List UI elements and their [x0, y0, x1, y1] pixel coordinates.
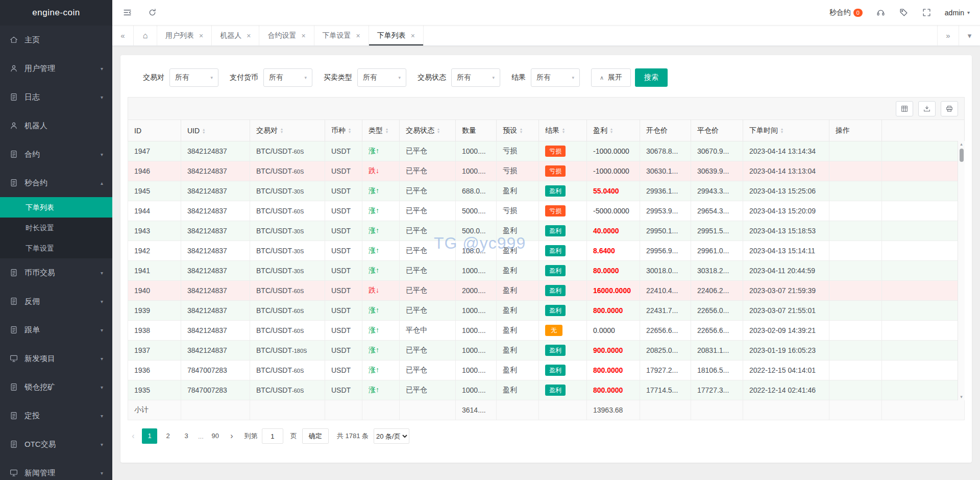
- sidebar-item-contracts[interactable]: 合约▾: [0, 140, 112, 169]
- scroll-up-icon[interactable]: ▴: [960, 141, 963, 148]
- col-pair[interactable]: 交易对▴▾: [250, 120, 325, 141]
- sort-icon[interactable]: ▴▾: [203, 128, 205, 134]
- page-1[interactable]: 1: [142, 428, 157, 444]
- username: admin: [945, 9, 964, 17]
- scroll-thumb[interactable]: [960, 149, 964, 162]
- col-label: 结果: [545, 126, 559, 134]
- cell-coin: USDT: [325, 201, 362, 221]
- cell-open: 29953.9...: [640, 201, 691, 221]
- close-icon[interactable]: ×: [411, 32, 415, 39]
- cell-close: 29943.3...: [691, 181, 743, 201]
- page-size-select[interactable]: 20 条/页: [374, 428, 409, 444]
- col-result[interactable]: 结果▴▾: [539, 120, 587, 141]
- sidebar-item-news-mgmt[interactable]: 新闻管理▾: [0, 459, 112, 480]
- filter-select-trade-status[interactable]: 所有▾: [451, 68, 500, 87]
- sidebar-item-copy-trade[interactable]: 跟单▾: [0, 316, 112, 344]
- result-badge: 亏损: [545, 146, 566, 157]
- sidebar-item-home[interactable]: 主页: [0, 26, 112, 54]
- cell-action: [829, 301, 882, 321]
- print-icon[interactable]: [941, 101, 958, 116]
- sidebar-item-rebate[interactable]: 反佣▾: [0, 287, 112, 316]
- cell-filler: [882, 201, 965, 221]
- page-3[interactable]: 3: [179, 428, 194, 444]
- close-icon[interactable]: ×: [301, 32, 305, 39]
- cell-id: 1942: [128, 241, 181, 261]
- fullscreen-icon[interactable]: [922, 8, 932, 17]
- page-2[interactable]: 2: [160, 428, 176, 444]
- tabs-scroll-left-icon[interactable]: «: [112, 26, 134, 45]
- tab-user-list[interactable]: 用户列表×: [157, 26, 212, 45]
- sort-icon[interactable]: ▴▾: [781, 128, 783, 134]
- sort-icon[interactable]: ▴▾: [520, 128, 522, 134]
- sidebar-item-lock-mining[interactable]: 锁仓挖矿▾: [0, 373, 112, 401]
- sort-icon[interactable]: ▴▾: [349, 128, 351, 134]
- filter-select-trade-type[interactable]: 所有▾: [357, 68, 406, 87]
- sort-icon[interactable]: ▴▾: [281, 128, 283, 134]
- tabs-scroll-right-icon[interactable]: »: [937, 26, 959, 45]
- tag-icon[interactable]: [899, 8, 909, 17]
- cell-uid: 7847007283: [181, 380, 250, 400]
- close-icon[interactable]: ×: [356, 32, 360, 39]
- confirm-button[interactable]: 确定: [302, 428, 329, 444]
- col-uid[interactable]: UID▴▾: [181, 120, 250, 141]
- cell-open: 22410.4...: [640, 281, 691, 301]
- cell-time: 2023-03-07 21:59:39: [743, 281, 829, 301]
- expand-button[interactable]: ∧展开: [591, 68, 631, 87]
- filter-select-pair[interactable]: 所有▾: [169, 68, 218, 87]
- refresh-icon[interactable]: [148, 8, 157, 17]
- sidebar-item-otc-trade[interactable]: OTC交易▾: [0, 430, 112, 459]
- cell-status: 已平仓: [400, 241, 456, 261]
- sort-icon[interactable]: ▴▾: [610, 128, 612, 134]
- close-icon[interactable]: ×: [199, 32, 203, 39]
- col-time[interactable]: 下单时间▴▾: [743, 120, 829, 141]
- col-status[interactable]: 交易状态▴▾: [400, 120, 456, 141]
- scroll-down-icon[interactable]: ▾: [960, 394, 963, 400]
- search-button[interactable]: 搜索: [635, 68, 668, 87]
- headset-icon[interactable]: [876, 8, 886, 17]
- user-menu[interactable]: admin ▾: [945, 9, 970, 17]
- sidebar-item-user-mgmt[interactable]: 用户管理▾: [0, 54, 112, 83]
- page-90[interactable]: 90: [208, 428, 223, 444]
- next-page-icon[interactable]: ›: [226, 431, 237, 441]
- columns-toggle-icon[interactable]: [896, 101, 913, 116]
- tab-order-settings[interactable]: 下单设置×: [314, 26, 369, 45]
- sidebar-subitem-order-list[interactable]: 下单列表: [0, 197, 112, 218]
- filter-select-result[interactable]: 所有▾: [531, 68, 580, 87]
- tab-home[interactable]: ⌂: [134, 26, 157, 45]
- sort-icon[interactable]: ▴▾: [437, 128, 439, 134]
- sidebar-item-auto-invest[interactable]: 定投▾: [0, 401, 112, 430]
- goto-page-input[interactable]: [262, 428, 283, 444]
- col-profit[interactable]: 盈利▴▾: [587, 120, 640, 141]
- close-icon[interactable]: ×: [247, 32, 251, 39]
- subtotal-cell: [539, 400, 587, 420]
- collapse-sidebar-icon[interactable]: [122, 8, 132, 17]
- prev-page-icon[interactable]: ‹: [128, 431, 139, 441]
- subtotal-cell: 3614....: [456, 400, 497, 420]
- notice-link[interactable]: 秒合约 0: [829, 8, 863, 17]
- export-icon[interactable]: [918, 101, 936, 116]
- col-preset[interactable]: 预设▴▾: [497, 120, 539, 141]
- tabs-menu-icon[interactable]: ▾: [959, 26, 980, 45]
- sidebar-subitem-order-settings[interactable]: 下单设置: [0, 238, 112, 258]
- filter-select-pay-coin[interactable]: 所有▾: [263, 68, 312, 87]
- sidebar-item-label: OTC交易: [24, 440, 56, 449]
- table-scrollbar[interactable]: ▴ ▾: [958, 141, 965, 400]
- tab-contract-settings[interactable]: 合约设置×: [259, 26, 314, 45]
- tab-robots[interactable]: 机器人×: [212, 26, 259, 45]
- sidebar-subitem-duration-settings[interactable]: 时长设置: [0, 218, 112, 238]
- notice-label: 秒合约: [829, 8, 851, 17]
- col-coin[interactable]: 币种▴▾: [325, 120, 362, 141]
- sidebar-item-second-contract[interactable]: 秒合约▴: [0, 169, 112, 197]
- col-type[interactable]: 类型▴▾: [362, 120, 400, 141]
- cell-id: 1944: [128, 201, 181, 221]
- cell-preset: 亏损: [497, 141, 539, 161]
- sidebar-item-robots[interactable]: 机器人: [0, 111, 112, 140]
- sidebar-item-logs[interactable]: 日志▾: [0, 83, 112, 111]
- cell-filler: [882, 261, 965, 281]
- cell-pair: BTC/USDT-30S: [250, 261, 325, 281]
- sort-icon[interactable]: ▴▾: [562, 128, 565, 134]
- sidebar-item-new-projects[interactable]: 新发项目▾: [0, 344, 112, 373]
- tab-order-list[interactable]: 下单列表×: [369, 26, 424, 45]
- sort-icon[interactable]: ▴▾: [386, 128, 388, 134]
- sidebar-item-coin-trade[interactable]: 币币交易▾: [0, 258, 112, 287]
